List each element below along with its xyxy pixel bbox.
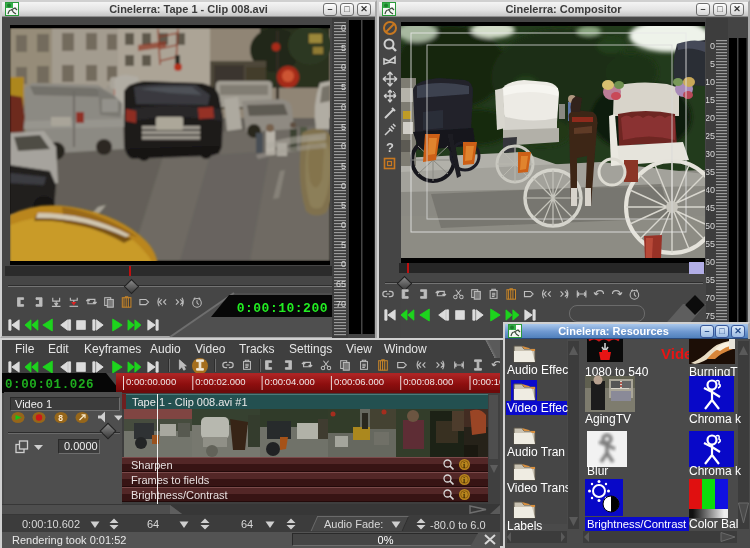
svg-text:0: 0 bbox=[341, 181, 346, 191]
svg-text:5: 5 bbox=[341, 82, 346, 92]
svg-text:5: 5 bbox=[341, 200, 346, 210]
svg-text:55: 55 bbox=[706, 239, 715, 249]
svg-text:Frames to fields: Frames to fields bbox=[131, 474, 210, 486]
svg-text:0:00:10:200: 0:00:10:200 bbox=[237, 301, 328, 316]
svg-text:20: 20 bbox=[706, 113, 715, 123]
svg-text:0: 0 bbox=[341, 23, 346, 33]
svg-text:0: 0 bbox=[710, 41, 715, 51]
svg-text:0: 0 bbox=[341, 62, 346, 72]
svg-text:5: 5 bbox=[341, 43, 346, 53]
svg-text:0:00:04.000: 0:00:04.000 bbox=[265, 376, 315, 387]
svg-text:Audio Tran: Audio Tran bbox=[507, 445, 565, 459]
svg-text:65: 65 bbox=[706, 275, 715, 285]
svg-text:Brightness/Contrast: Brightness/Contrast bbox=[587, 518, 687, 530]
svg-text:45: 45 bbox=[706, 203, 715, 213]
svg-text:Blur: Blur bbox=[587, 464, 608, 478]
svg-text:0:00:02.000: 0:00:02.000 bbox=[195, 376, 245, 387]
svg-text:Sharpen: Sharpen bbox=[131, 459, 173, 471]
svg-text:Brightness/Contrast: Brightness/Contrast bbox=[131, 489, 228, 501]
svg-text:Audio Effec: Audio Effec bbox=[507, 363, 568, 377]
svg-text:0:00:10.000: 0:00:10.000 bbox=[473, 376, 501, 387]
svg-text:AgingTV: AgingTV bbox=[585, 412, 631, 426]
svg-text:0:00:08.000: 0:00:08.000 bbox=[403, 376, 453, 387]
svg-text:60: 60 bbox=[706, 257, 715, 267]
svg-text:50: 50 bbox=[706, 221, 715, 231]
svg-text:75: 75 bbox=[706, 311, 715, 321]
svg-text:15: 15 bbox=[706, 95, 715, 105]
svg-text:5: 5 bbox=[710, 59, 715, 69]
svg-text:Chroma k: Chroma k bbox=[689, 412, 742, 426]
svg-text:0: 0 bbox=[341, 259, 346, 269]
svg-text:5: 5 bbox=[341, 240, 346, 250]
svg-text:0:00:06.000: 0:00:06.000 bbox=[334, 376, 384, 387]
svg-text:65: 65 bbox=[336, 279, 346, 289]
svg-text:Tape 1 - Clip 008.avi #1: Tape 1 - Clip 008.avi #1 bbox=[132, 396, 248, 408]
svg-text:0: 0 bbox=[341, 102, 346, 112]
svg-text:?: ? bbox=[386, 140, 394, 155]
svg-text:0:00:00.000: 0:00:00.000 bbox=[126, 376, 176, 387]
svg-text:8: 8 bbox=[58, 413, 63, 423]
svg-text:0: 0 bbox=[341, 220, 346, 230]
svg-text:25: 25 bbox=[706, 131, 715, 141]
svg-text:Vide: Vide bbox=[661, 345, 692, 362]
svg-text:10: 10 bbox=[706, 77, 715, 87]
svg-text:40: 40 bbox=[706, 185, 715, 195]
svg-text:Color Bal: Color Bal bbox=[689, 517, 738, 531]
svg-text:70: 70 bbox=[706, 293, 715, 303]
svg-text:Labels: Labels bbox=[507, 519, 542, 533]
svg-text:30: 30 bbox=[706, 149, 715, 159]
svg-text:5: 5 bbox=[341, 122, 346, 132]
svg-text:Chroma k: Chroma k bbox=[689, 464, 742, 478]
svg-text:35: 35 bbox=[706, 167, 715, 177]
svg-text:Video Effec: Video Effec bbox=[507, 401, 568, 415]
svg-text:70: 70 bbox=[336, 299, 346, 309]
svg-text:Video Trans: Video Trans bbox=[507, 481, 571, 495]
svg-text:5: 5 bbox=[341, 161, 346, 171]
svg-text:0: 0 bbox=[341, 141, 346, 151]
